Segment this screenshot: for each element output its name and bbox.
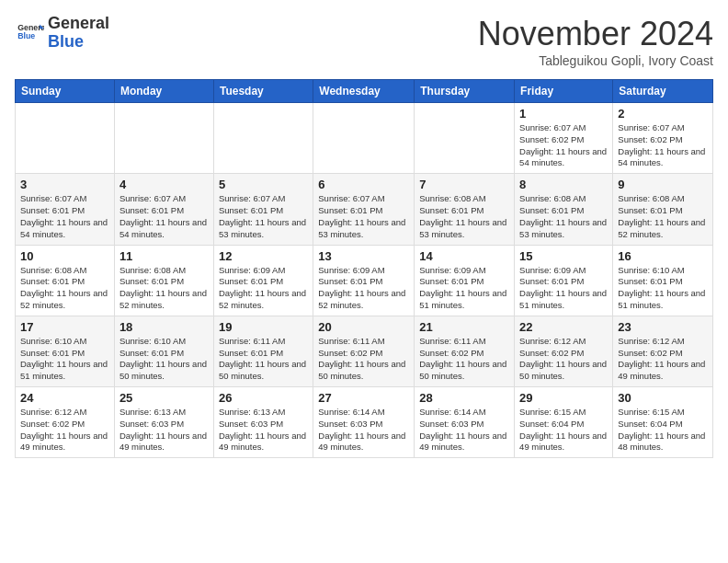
day-cell: 18Sunrise: 6:10 AM Sunset: 6:01 PM Dayli… (114, 316, 213, 386)
day-info: Sunrise: 6:08 AM Sunset: 6:01 PM Dayligh… (20, 265, 109, 312)
day-info: Sunrise: 6:10 AM Sunset: 6:01 PM Dayligh… (20, 336, 109, 383)
day-info: Sunrise: 6:07 AM Sunset: 6:01 PM Dayligh… (20, 193, 109, 240)
week-row-1: 1Sunrise: 6:07 AM Sunset: 6:02 PM Daylig… (16, 103, 713, 174)
day-cell (16, 103, 115, 174)
day-number: 22 (519, 320, 608, 334)
title-block: November 2024 Tableguikou Gopli, Ivory C… (478, 15, 713, 68)
day-info: Sunrise: 6:07 AM Sunset: 6:02 PM Dayligh… (618, 122, 708, 169)
logo-icon: General Blue (15, 18, 44, 48)
day-cell: 8Sunrise: 6:08 AM Sunset: 6:01 PM Daylig… (515, 174, 613, 245)
day-number: 24 (20, 391, 109, 405)
day-info: Sunrise: 6:08 AM Sunset: 6:01 PM Dayligh… (419, 193, 509, 240)
day-info: Sunrise: 6:10 AM Sunset: 6:01 PM Dayligh… (618, 265, 708, 312)
weekday-header-friday: Friday (515, 80, 613, 103)
day-number: 8 (519, 178, 608, 191)
day-number: 1 (519, 107, 608, 121)
day-number: 3 (20, 178, 109, 191)
day-number: 11 (119, 249, 209, 263)
day-info: Sunrise: 6:09 AM Sunset: 6:01 PM Dayligh… (419, 265, 509, 312)
day-cell: 5Sunrise: 6:07 AM Sunset: 6:01 PM Daylig… (213, 174, 313, 245)
day-cell: 3Sunrise: 6:07 AM Sunset: 6:01 PM Daylig… (16, 174, 115, 245)
day-info: Sunrise: 6:09 AM Sunset: 6:01 PM Dayligh… (519, 265, 608, 312)
location: Tableguikou Gopli, Ivory Coast (478, 53, 713, 68)
day-cell: 24Sunrise: 6:12 AM Sunset: 6:02 PM Dayli… (16, 387, 115, 458)
day-info: Sunrise: 6:12 AM Sunset: 6:02 PM Dayligh… (618, 336, 708, 383)
weekday-header-monday: Monday (114, 80, 213, 103)
day-number: 10 (20, 249, 109, 263)
day-info: Sunrise: 6:15 AM Sunset: 6:04 PM Dayligh… (618, 407, 708, 454)
day-cell: 15Sunrise: 6:09 AM Sunset: 6:01 PM Dayli… (515, 245, 613, 316)
day-cell: 16Sunrise: 6:10 AM Sunset: 6:01 PM Dayli… (613, 245, 713, 316)
day-cell: 9Sunrise: 6:08 AM Sunset: 6:01 PM Daylig… (613, 174, 713, 245)
day-info: Sunrise: 6:13 AM Sunset: 6:03 PM Dayligh… (119, 407, 209, 454)
day-number: 21 (419, 320, 509, 334)
day-cell (415, 103, 515, 174)
day-cell (313, 103, 415, 174)
day-info: Sunrise: 6:11 AM Sunset: 6:02 PM Dayligh… (419, 336, 509, 383)
day-info: Sunrise: 6:09 AM Sunset: 6:01 PM Dayligh… (318, 265, 409, 312)
day-number: 28 (419, 391, 509, 405)
weekday-header-wednesday: Wednesday (313, 80, 415, 103)
day-info: Sunrise: 6:15 AM Sunset: 6:04 PM Dayligh… (519, 407, 608, 454)
day-cell: 25Sunrise: 6:13 AM Sunset: 6:03 PM Dayli… (114, 387, 213, 458)
day-cell: 14Sunrise: 6:09 AM Sunset: 6:01 PM Dayli… (415, 245, 515, 316)
weekday-header-row: SundayMondayTuesdayWednesdayThursdayFrid… (16, 80, 713, 103)
day-number: 29 (519, 391, 608, 405)
day-number: 4 (119, 178, 209, 191)
day-number: 25 (119, 391, 209, 405)
day-cell: 4Sunrise: 6:07 AM Sunset: 6:01 PM Daylig… (114, 174, 213, 245)
month-title: November 2024 (478, 15, 713, 53)
svg-text:Blue: Blue (17, 31, 35, 40)
day-number: 6 (318, 178, 409, 191)
logo-blue: Blue (48, 32, 84, 51)
day-info: Sunrise: 6:07 AM Sunset: 6:01 PM Dayligh… (318, 193, 409, 240)
day-info: Sunrise: 6:11 AM Sunset: 6:02 PM Dayligh… (318, 336, 409, 383)
day-cell: 13Sunrise: 6:09 AM Sunset: 6:01 PM Dayli… (313, 245, 415, 316)
weekday-header-thursday: Thursday (415, 80, 515, 103)
day-cell: 23Sunrise: 6:12 AM Sunset: 6:02 PM Dayli… (613, 316, 713, 386)
day-cell: 28Sunrise: 6:14 AM Sunset: 6:03 PM Dayli… (415, 387, 515, 458)
day-number: 17 (20, 320, 109, 334)
day-cell: 21Sunrise: 6:11 AM Sunset: 6:02 PM Dayli… (415, 316, 515, 386)
weekday-header-saturday: Saturday (613, 80, 713, 103)
weekday-header-tuesday: Tuesday (213, 80, 313, 103)
logo: General Blue General Blue (15, 15, 109, 52)
day-cell: 30Sunrise: 6:15 AM Sunset: 6:04 PM Dayli… (613, 387, 713, 458)
day-number: 26 (219, 391, 308, 405)
day-number: 12 (219, 249, 308, 263)
day-cell: 12Sunrise: 6:09 AM Sunset: 6:01 PM Dayli… (213, 245, 313, 316)
day-info: Sunrise: 6:11 AM Sunset: 6:01 PM Dayligh… (219, 336, 308, 383)
day-number: 14 (419, 249, 509, 263)
day-info: Sunrise: 6:07 AM Sunset: 6:02 PM Dayligh… (519, 122, 608, 169)
day-number: 20 (318, 320, 409, 334)
day-info: Sunrise: 6:08 AM Sunset: 6:01 PM Dayligh… (618, 193, 708, 240)
day-number: 15 (519, 249, 608, 263)
day-number: 30 (618, 391, 708, 405)
week-row-5: 24Sunrise: 6:12 AM Sunset: 6:02 PM Dayli… (16, 387, 713, 458)
page-header: General Blue General Blue November 2024 … (15, 15, 713, 68)
day-number: 18 (119, 320, 209, 334)
day-info: Sunrise: 6:07 AM Sunset: 6:01 PM Dayligh… (119, 193, 209, 240)
day-info: Sunrise: 6:07 AM Sunset: 6:01 PM Dayligh… (219, 193, 308, 240)
weekday-header-sunday: Sunday (16, 80, 115, 103)
day-cell: 7Sunrise: 6:08 AM Sunset: 6:01 PM Daylig… (415, 174, 515, 245)
day-cell: 22Sunrise: 6:12 AM Sunset: 6:02 PM Dayli… (515, 316, 613, 386)
day-cell: 6Sunrise: 6:07 AM Sunset: 6:01 PM Daylig… (313, 174, 415, 245)
day-cell: 26Sunrise: 6:13 AM Sunset: 6:03 PM Dayli… (213, 387, 313, 458)
day-cell (114, 103, 213, 174)
day-cell: 29Sunrise: 6:15 AM Sunset: 6:04 PM Dayli… (515, 387, 613, 458)
day-number: 23 (618, 320, 708, 334)
day-number: 19 (219, 320, 308, 334)
day-info: Sunrise: 6:08 AM Sunset: 6:01 PM Dayligh… (519, 193, 608, 240)
day-info: Sunrise: 6:12 AM Sunset: 6:02 PM Dayligh… (519, 336, 608, 383)
day-cell: 1Sunrise: 6:07 AM Sunset: 6:02 PM Daylig… (515, 103, 613, 174)
day-cell: 27Sunrise: 6:14 AM Sunset: 6:03 PM Dayli… (313, 387, 415, 458)
day-info: Sunrise: 6:14 AM Sunset: 6:03 PM Dayligh… (419, 407, 509, 454)
calendar: SundayMondayTuesdayWednesdayThursdayFrid… (15, 79, 713, 458)
day-number: 7 (419, 178, 509, 191)
day-number: 5 (219, 178, 308, 191)
day-cell: 11Sunrise: 6:08 AM Sunset: 6:01 PM Dayli… (114, 245, 213, 316)
week-row-3: 10Sunrise: 6:08 AM Sunset: 6:01 PM Dayli… (16, 245, 713, 316)
day-info: Sunrise: 6:09 AM Sunset: 6:01 PM Dayligh… (219, 265, 308, 312)
logo-text: General Blue (48, 15, 109, 52)
